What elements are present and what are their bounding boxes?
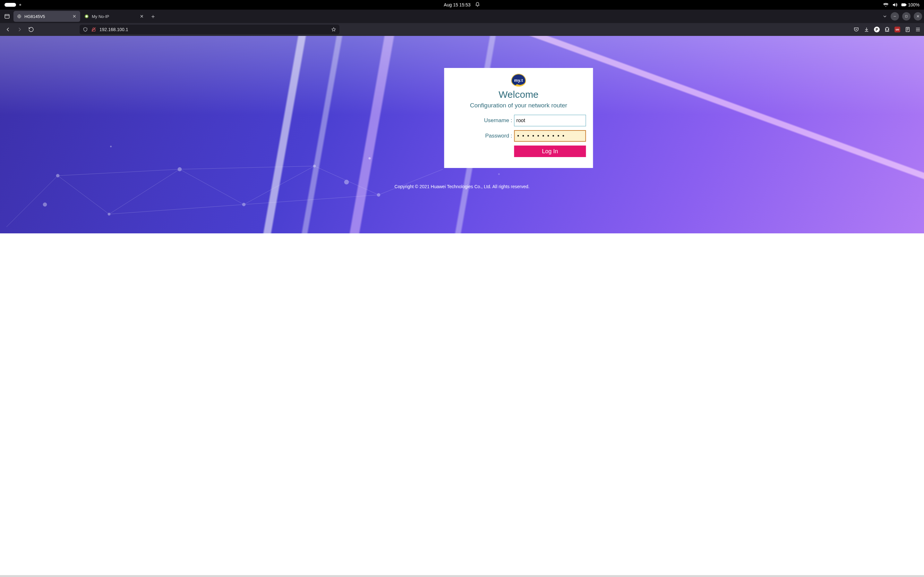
close-tab-icon[interactable]: ✕ — [139, 14, 144, 19]
svg-point-28 — [43, 203, 47, 206]
battery-percent: 100% — [908, 2, 919, 7]
svg-line-10 — [6, 176, 58, 227]
tab-my-no-ip[interactable]: My No-IP ✕ — [81, 11, 148, 22]
browser-toolbar: 192.168.100.1 P uo — [0, 23, 924, 36]
svg-line-17 — [58, 169, 180, 176]
login-button[interactable]: Log In — [514, 145, 586, 157]
brand-logo-text: my.t — [514, 78, 523, 83]
svg-line-18 — [109, 205, 244, 214]
downloads-icon[interactable] — [864, 27, 869, 32]
svg-line-12 — [109, 169, 180, 214]
username-label: Username : — [484, 117, 512, 124]
password-label: Password : — [485, 133, 512, 139]
wifi-icon[interactable] — [883, 2, 889, 8]
browser-tab-strip: HG8145V5 ✕ My No-IP ✕ ＋ ✕ — [0, 10, 924, 23]
ublock-icon[interactable]: uo — [895, 27, 900, 32]
system-status-bar: Aug 15 15:53 100% — [0, 0, 924, 10]
new-tab-button[interactable]: ＋ — [148, 11, 158, 21]
username-input[interactable] — [514, 115, 586, 126]
notification-bell-icon[interactable] — [475, 2, 480, 8]
app-menu-icon[interactable] — [915, 27, 921, 32]
noip-icon — [84, 14, 89, 19]
window-minimize-button[interactable] — [891, 12, 899, 21]
svg-line-15 — [314, 166, 379, 195]
insecure-lock-icon[interactable] — [91, 27, 96, 32]
svg-point-27 — [377, 193, 380, 197]
password-row: Password : — [451, 130, 586, 142]
svg-rect-2 — [5, 15, 9, 18]
forward-button[interactable] — [15, 25, 24, 34]
svg-line-20 — [244, 195, 379, 205]
svg-rect-6 — [905, 15, 907, 17]
username-row: Username : — [451, 115, 586, 126]
window-close-button[interactable]: ✕ — [914, 12, 922, 21]
welcome-subtitle: Configuration of your network router — [451, 102, 586, 109]
svg-line-13 — [180, 169, 244, 205]
horizontal-scrollbar[interactable] — [0, 575, 924, 577]
svg-line-14 — [244, 166, 314, 205]
sidebar-toggle-icon[interactable] — [2, 11, 12, 21]
svg-point-23 — [178, 167, 182, 171]
pocket-icon[interactable] — [853, 27, 859, 32]
activities-pill[interactable] — [5, 3, 16, 7]
address-bar[interactable]: 192.168.100.1 — [79, 25, 339, 34]
svg-point-25 — [313, 165, 316, 167]
back-button[interactable] — [3, 25, 13, 34]
volume-icon[interactable] — [892, 2, 898, 8]
welcome-heading: Welcome — [451, 89, 586, 100]
tab-title: My No-IP — [92, 14, 137, 19]
svg-rect-0 — [901, 3, 905, 6]
bookmark-star-icon[interactable] — [331, 27, 336, 32]
svg-point-26 — [344, 180, 349, 184]
svg-line-19 — [180, 166, 314, 169]
extension-p-icon[interactable]: P — [874, 27, 880, 32]
tracking-shield-icon[interactable] — [83, 27, 88, 32]
close-tab-icon[interactable]: ✕ — [72, 14, 77, 19]
battery-icon[interactable]: 100% — [901, 2, 919, 8]
svg-line-11 — [58, 176, 109, 214]
tab-hg8145v5[interactable]: HG8145V5 ✕ — [13, 11, 80, 22]
svg-point-5 — [86, 15, 87, 17]
globe-icon — [17, 14, 22, 19]
brand-logo: my.t — [511, 74, 526, 87]
hero-background: my.t Welcome Configuration of your netwo… — [0, 36, 924, 234]
workspace-dot[interactable] — [19, 4, 21, 6]
reload-button[interactable] — [26, 25, 36, 34]
svg-line-16 — [379, 169, 443, 195]
window-maximize-button[interactable] — [902, 12, 911, 21]
page-viewport: my.t Welcome Configuration of your netwo… — [0, 36, 924, 577]
copyright-text: Copyright © 2021 Huawei Technologies Co.… — [0, 184, 924, 189]
tab-title: HG8145V5 — [24, 14, 69, 19]
password-input[interactable] — [514, 130, 586, 142]
extensions-icon[interactable] — [884, 27, 890, 32]
login-card: my.t Welcome Configuration of your netwo… — [444, 68, 593, 168]
reader-icon[interactable] — [905, 27, 911, 32]
svg-point-24 — [242, 203, 246, 206]
list-all-tabs-icon[interactable] — [882, 14, 887, 19]
system-clock[interactable]: Aug 15 15:53 — [444, 2, 470, 7]
network-lines-decoration — [0, 131, 449, 234]
svg-point-21 — [56, 174, 59, 177]
svg-rect-1 — [906, 5, 906, 5]
url-text[interactable]: 192.168.100.1 — [99, 27, 328, 32]
svg-point-22 — [108, 213, 110, 215]
